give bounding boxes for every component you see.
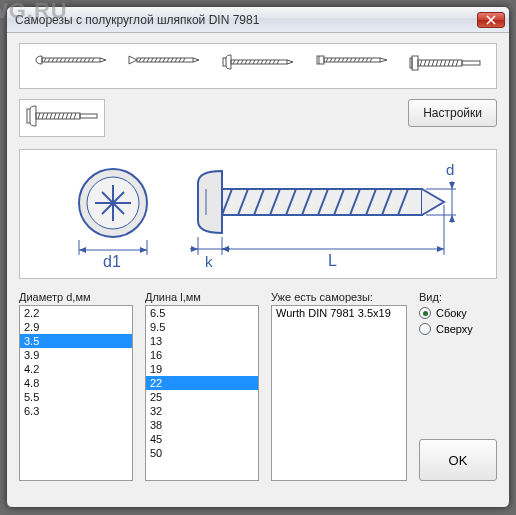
screw-icon	[221, 52, 295, 80]
svg-line-36	[253, 60, 255, 64]
svg-text:k: k	[205, 253, 213, 270]
svg-line-10	[72, 58, 74, 62]
radio-label: Сверху	[436, 323, 473, 335]
svg-line-51	[346, 58, 348, 62]
diameter-column: Диаметр d,мм 2.22.93.53.94.24.85.56.3	[19, 291, 133, 481]
svg-line-69	[452, 60, 454, 66]
svg-line-64	[432, 60, 434, 66]
svg-rect-72	[27, 109, 30, 123]
close-icon	[486, 15, 496, 25]
svg-line-8	[64, 58, 66, 62]
svg-line-79	[58, 113, 60, 119]
svg-line-74	[38, 113, 40, 119]
svg-line-9	[68, 58, 70, 62]
screw-type-thumb[interactable]	[307, 49, 397, 83]
list-item[interactable]: 32	[146, 404, 258, 418]
svg-line-78	[54, 113, 56, 119]
screw-type-thumb-extra[interactable]	[19, 99, 105, 137]
view-radio-side[interactable]: Сбоку	[419, 307, 497, 319]
svg-line-67	[444, 60, 446, 66]
svg-line-21	[155, 58, 157, 62]
dimension-diagram: d1	[19, 149, 497, 279]
svg-line-61	[420, 60, 422, 66]
list-item[interactable]: 13	[146, 334, 258, 348]
svg-text:L: L	[328, 252, 337, 269]
list-item[interactable]: 5.5	[20, 390, 132, 404]
window-title: Саморезы с полукруглой шляпкой DIN 7981	[15, 13, 477, 27]
list-item[interactable]: 4.8	[20, 376, 132, 390]
svg-rect-43	[317, 56, 324, 64]
svg-line-63	[428, 60, 430, 66]
svg-line-32	[237, 60, 239, 64]
svg-rect-59	[412, 56, 418, 70]
list-item[interactable]: 19	[146, 362, 258, 376]
list-item[interactable]: 2.2	[20, 306, 132, 320]
svg-line-33	[241, 60, 243, 64]
svg-line-24	[167, 58, 169, 62]
svg-line-55	[362, 58, 364, 62]
svg-line-50	[342, 58, 344, 62]
radio-icon	[419, 307, 431, 319]
svg-line-47	[330, 58, 332, 62]
svg-line-12	[80, 58, 82, 62]
length-listbox[interactable]: 6.59.5131619222532384550	[145, 305, 259, 481]
svg-line-54	[358, 58, 360, 62]
settings-button[interactable]: Настройки	[408, 99, 497, 127]
existing-listbox[interactable]: Wurth DIN 7981 3.5x19	[271, 305, 407, 481]
list-item[interactable]: 4.2	[20, 362, 132, 376]
screw-type-thumb[interactable]	[400, 49, 490, 83]
list-item[interactable]: 9.5	[146, 320, 258, 334]
view-radio-top[interactable]: Сверху	[419, 323, 497, 335]
list-item[interactable]: 25	[146, 390, 258, 404]
svg-rect-84	[80, 114, 97, 118]
svg-line-39	[265, 60, 267, 64]
svg-line-41	[273, 60, 275, 64]
svg-line-48	[334, 58, 336, 62]
svg-line-52	[350, 58, 352, 62]
existing-column: Уже есть саморезы: Wurth DIN 7981 3.5x19	[271, 291, 407, 481]
svg-text:d1: d1	[103, 253, 121, 270]
right-column: Вид: СбокуСверху OK	[419, 291, 497, 481]
ok-button[interactable]: OK	[419, 439, 497, 481]
svg-line-22	[159, 58, 161, 62]
list-item[interactable]: Wurth DIN 7981 3.5x19	[276, 307, 402, 319]
svg-line-15	[92, 58, 94, 62]
screw-type-thumb[interactable]	[213, 49, 303, 83]
close-button[interactable]	[477, 12, 505, 28]
svg-line-20	[151, 58, 153, 62]
svg-rect-71	[462, 61, 480, 65]
radio-label: Сбоку	[436, 307, 467, 319]
svg-marker-114	[191, 246, 198, 252]
svg-line-23	[163, 58, 165, 62]
svg-line-80	[62, 113, 64, 119]
list-item[interactable]: 3.9	[20, 348, 132, 362]
list-item[interactable]: 3.5	[20, 334, 132, 348]
svg-marker-119	[222, 246, 229, 252]
list-item[interactable]: 45	[146, 432, 258, 446]
svg-line-82	[70, 113, 72, 119]
list-item[interactable]: 16	[146, 348, 258, 362]
list-item[interactable]: 50	[146, 446, 258, 460]
list-item[interactable]: 38	[146, 418, 258, 432]
svg-line-66	[440, 60, 442, 66]
list-item[interactable]: 6.5	[146, 306, 258, 320]
screw-icon	[34, 52, 108, 80]
diameter-label: Диаметр d,мм	[19, 291, 133, 303]
list-item[interactable]: 6.3	[20, 404, 132, 418]
svg-line-56	[366, 58, 368, 62]
diameter-listbox[interactable]: 2.22.93.53.94.24.85.56.3	[19, 305, 133, 481]
screw-type-thumb[interactable]	[120, 49, 210, 83]
svg-line-77	[50, 113, 52, 119]
screw-type-thumb[interactable]	[26, 49, 116, 83]
list-item[interactable]: 2.9	[20, 320, 132, 334]
svg-line-7	[60, 58, 62, 62]
svg-line-13	[84, 58, 86, 62]
svg-line-40	[269, 60, 271, 64]
svg-line-53	[354, 58, 356, 62]
list-item[interactable]: 22	[146, 376, 258, 390]
svg-line-49	[338, 58, 340, 62]
svg-line-83	[74, 113, 76, 119]
svg-line-42	[277, 60, 279, 64]
diagram-svg: d1	[48, 155, 468, 273]
screw-icon	[315, 52, 389, 80]
